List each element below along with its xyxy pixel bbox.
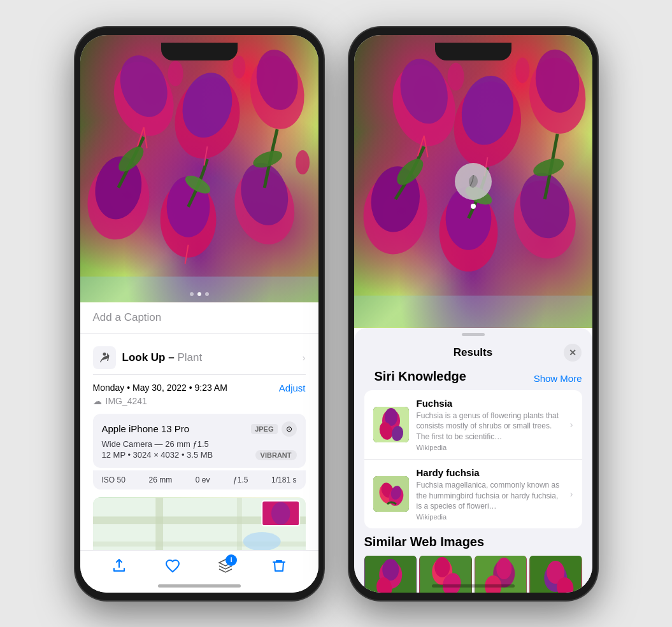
show-more-button[interactable]: Show More [534,373,592,390]
adjust-button[interactable]: Adjust [279,383,306,393]
svg-rect-22 [80,276,318,302]
phone-1: Add a Caption Look Up – Plant › [75,27,324,600]
svg-rect-52 [354,295,592,327]
cloud-icon: ☁ [93,396,102,406]
exif-row: ISO 50 26 mm 0 ev ƒ1.5 1/181 s [93,470,306,490]
siri-knowledge-header: Siri Knowledge Show More [354,369,592,390]
date-row: Monday • May 30, 2022 • 9:23 AM Adjust [93,383,306,393]
info-button[interactable]: i [218,558,233,574]
results-header: Results ✕ [354,344,592,369]
page-dots [80,292,318,296]
hardy-thumbnail [373,476,409,512]
home-indicator [158,584,241,588]
exif-aperture: ƒ1.5 [233,476,248,484]
chevron-icon-1: › [570,419,573,430]
notch-2 [435,43,511,60]
fuchsia-source: Wikipedia [417,444,562,451]
flower-image [80,35,318,302]
look-up-chevron: › [303,353,306,363]
settings-icon: ⊙ [282,421,297,437]
share-button[interactable] [111,558,127,574]
camera-model-row: Apple iPhone 13 Pro JPEG ⊙ [102,421,297,437]
knowledge-item-fuchsia[interactable]: Fuchsia Fuchsia is a genus of flowering … [364,390,582,460]
map-preview[interactable] [93,497,306,550]
phone-2: Results ✕ Siri Knowledge Show More [349,27,597,600]
photo-main[interactable] [80,35,318,302]
svg-point-51 [515,57,529,83]
siri-dot [471,204,476,209]
phone-1-screen: Add a Caption Look Up – Plant › [80,35,318,593]
close-button[interactable]: ✕ [564,344,582,362]
svg-point-50 [447,62,464,90]
exif-iso: ISO 50 [102,476,125,484]
info-badge: i [225,554,237,566]
drag-handle[interactable] [462,333,485,336]
similar-thumb-1[interactable] [364,556,417,592]
hardy-info: Hardy fuchsia Fuchsia magellanica, commo… [417,467,562,521]
camera-model: Apple iPhone 13 Pro [102,423,190,434]
hardy-title: Hardy fuchsia [417,467,562,478]
phone-2-screen: Results ✕ Siri Knowledge Show More [354,35,592,593]
results-title: Results [454,346,492,359]
fuchsia-thumbnail [373,407,409,442]
svg-point-73 [496,558,511,579]
similar-title: Similar Web Images [364,535,582,549]
fuchsia-info: Fuchsia Fuchsia is a genus of flowering … [417,398,562,451]
home-indicator-2 [432,584,515,588]
camera-badges: JPEG ⊙ [251,421,296,437]
fuchsia-title: Fuchsia [417,398,562,409]
fuchsia-desc: Fuchsia is a genus of flowering plants t… [417,411,562,442]
hardy-desc: Fuchsia magellanica, commonly known as t… [417,480,562,512]
knowledge-item-hardy[interactable]: Hardy fuchsia Fuchsia magellanica, commo… [364,460,582,528]
siri-leaf-icon [464,172,483,191]
look-up-row[interactable]: Look Up – Plant › [93,341,306,375]
look-up-text: Look Up – Plant [122,351,203,364]
results-panel[interactable]: Results ✕ Siri Knowledge Show More [354,328,592,593]
chevron-icon-2: › [570,489,573,499]
filename-text: IMG_4241 [106,396,147,406]
svg-point-28 [243,532,280,549]
siri-knowledge-label: Siri Knowledge [364,369,476,390]
svg-point-21 [296,150,310,174]
resolution-row: 12 MP • 3024 × 4032 • 3.5 MB VIBRANT [102,450,297,460]
svg-point-65 [382,559,399,581]
delete-button[interactable] [271,558,287,574]
exif-focal: 26 mm [148,476,172,484]
knowledge-card: Fuchsia Fuchsia is a genus of flowering … [364,390,582,529]
wide-camera-text: Wide Camera — 26 mm ƒ1.5 [102,439,297,449]
notch [161,43,238,60]
filename-row: ☁ IMG_4241 [93,396,306,406]
similar-thumb-4[interactable] [529,556,582,592]
date-text: Monday • May 30, 2022 • 9:23 AM [93,383,227,393]
photo-main-2[interactable] [354,35,592,328]
map-svg [93,497,306,550]
svg-point-20 [232,55,245,78]
svg-point-69 [434,557,450,577]
look-up-icon [93,346,116,369]
svg-point-19 [168,60,183,86]
camera-info-box: Apple iPhone 13 Pro JPEG ⊙ Wide Camera —… [93,414,306,468]
info-section[interactable]: Look Up – Plant › Monday • May 30, 2022 … [80,334,318,550]
favorite-button[interactable] [165,558,180,574]
hardy-source: Wikipedia [417,513,562,521]
svg-point-30 [271,502,289,524]
resolution-text: 12 MP • 3024 × 4032 • 3.5 MB [102,450,213,460]
caption-placeholder[interactable]: Add a Caption [93,311,162,323]
jpeg-badge: JPEG [251,424,277,434]
vibrant-badge: VIBRANT [255,450,297,460]
caption-area[interactable]: Add a Caption [80,302,318,334]
siri-badge[interactable] [455,163,492,200]
phones-container: Add a Caption Look Up – Plant › [75,27,597,600]
exif-ev: 0 ev [196,476,210,484]
flower-svg [80,35,318,302]
exif-shutter: 1/181 s [271,476,296,484]
